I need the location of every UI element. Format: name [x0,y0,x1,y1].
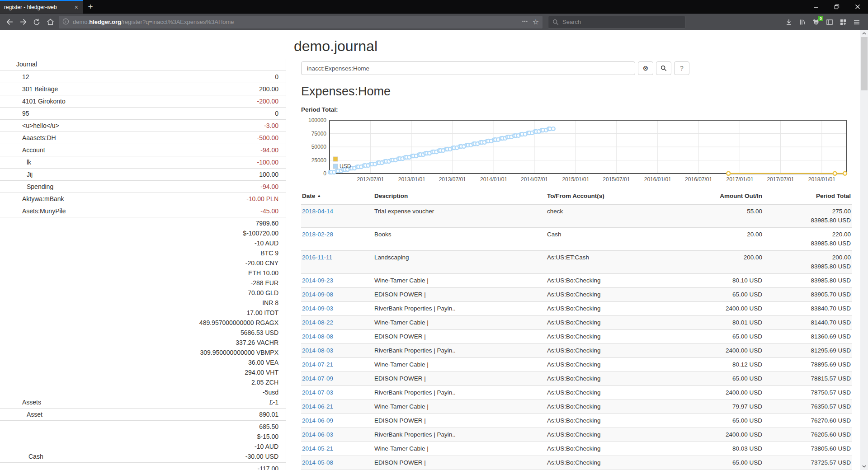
account-link[interactable]: Asets:MunyPile [22,207,66,215]
transaction-date-link[interactable]: 2018-02-28 [302,231,333,238]
account-link[interactable]: 95 [22,110,29,117]
search-button[interactable] [656,61,671,75]
account-balance: -94.00 [123,181,286,193]
forward-icon[interactable] [16,16,30,28]
url-bar[interactable]: demo.hledger.org/register?q=inacct%3AExp… [59,16,542,28]
transaction-account: As:US:Bo:Checking [546,316,686,330]
register-table-body: 2018-04-14Trial expense vouchercheck55.0… [301,204,852,470]
column-header-description: Description [373,188,546,204]
page-actions-icon[interactable] [522,18,528,26]
scroll-up-icon[interactable] [860,30,868,37]
scrollbar-thumb[interactable] [861,37,868,90]
sidebar-account-row: 4101 Girokonto-200.00 [0,95,286,108]
apps-grid-icon[interactable] [836,16,850,28]
account-link[interactable]: <u>hello</u> [22,122,59,129]
account-link[interactable]: 12 [22,73,29,80]
transaction-date-link[interactable]: 2014-09-03 [302,305,333,312]
sidebar-account-row: Account-94.00 [0,144,286,156]
reload-icon[interactable] [30,16,43,28]
transaction-account: As:US:Bo:Checking [546,274,686,288]
home-icon[interactable] [43,16,57,28]
transaction-date-link[interactable]: 2016-11-11 [302,254,332,261]
new-tab-button[interactable]: + [83,0,98,14]
sidebar-account-row: 301 Beiträge200.00 [0,83,286,95]
svg-text:0: 0 [323,170,326,177]
transaction-date-link[interactable]: 2014-06-09 [302,417,333,424]
bookmark-star-icon[interactable]: ☆ [533,18,539,26]
transaction-date-link[interactable]: 2014-07-03 [302,389,333,396]
account-balance: 890.01 [123,409,286,421]
account-balance: 100.00 [123,169,286,181]
svg-text:25000: 25000 [311,157,327,164]
account-link[interactable]: Cash [28,453,43,460]
sidebar-account-row: 950 [0,108,286,120]
page-scrollbar[interactable] [860,30,868,470]
transaction-period-total: 81295.69 USD [763,344,852,358]
account-link[interactable]: Asset [27,411,42,418]
register-row: 2014-09-23Wine-Tarner Cable |As:US:Bo:Ch… [301,274,852,288]
window-restore-button[interactable] [826,0,847,14]
svg-text:2016/07/01: 2016/07/01 [685,176,712,183]
transaction-amount: 65.00 USD [686,288,763,302]
menu-hamburger-icon[interactable] [850,16,863,28]
transaction-date-link[interactable]: 2014-08-08 [302,333,333,340]
transaction-date-link[interactable]: 2014-09-23 [302,277,333,284]
transaction-date-link[interactable]: 2014-08-03 [302,347,333,354]
account-balance: 0 [123,71,286,83]
library-icon[interactable] [796,16,809,28]
column-header-period-total: Period Total [763,188,852,204]
browser-tab[interactable]: register - hledger-web × [0,0,83,14]
account-link[interactable]: 4101 Girokonto [22,98,66,105]
journal-link[interactable]: Journal [0,59,286,70]
transaction-description: Landscaping [373,251,546,274]
help-button[interactable]: ? [674,61,689,75]
browser-search-box[interactable]: Search [548,16,685,28]
transaction-account: Cash [546,228,686,251]
download-icon[interactable] [782,16,796,28]
transaction-amount: 80.03 USD [686,442,763,456]
transaction-date-link[interactable]: 2014-05-08 [302,459,333,466]
account-link[interactable]: Aktywa:mBank [22,195,64,202]
clear-query-button[interactable]: ⊗ [638,61,653,75]
sidebar-account-row: 120 [0,71,286,83]
transaction-date-link[interactable]: 2014-07-09 [302,375,333,382]
transaction-date-link[interactable]: 2014-09-08 [302,291,333,298]
search-icon [660,65,667,71]
window-minimize-button[interactable] [806,0,826,14]
transaction-account: As:US:Bo:Checking [546,428,686,442]
back-icon[interactable] [3,16,16,28]
account-link[interactable]: lk [27,159,31,166]
tab-close-icon[interactable]: × [74,4,79,11]
account-link[interactable]: Jij [27,171,33,178]
transaction-period-total: 76205.60 USD [763,428,852,442]
greasemonkey-extension-icon[interactable]: 0 [809,16,823,28]
transaction-date-link[interactable]: 2014-06-03 [302,431,333,438]
sidebar-account-row: lk-100.00 [0,156,286,169]
transaction-date-link[interactable]: 2018-04-14 [302,208,333,215]
column-header-date[interactable]: Date▲ [301,188,373,204]
svg-text:2014/01/01: 2014/01/01 [480,176,507,183]
site-info-icon[interactable] [62,18,69,26]
sidebars-icon[interactable] [823,16,836,28]
transaction-date-link[interactable]: 2014-07-21 [302,361,333,368]
svg-text:2012/07/01: 2012/07/01 [357,176,384,183]
transaction-amount: 80.12 USD [686,358,763,372]
account-link[interactable]: Account [22,146,45,154]
account-link[interactable]: 301 Beiträge [22,85,58,93]
transaction-account: As:US:Bo:Checking [546,344,686,358]
register-table-header: Date▲ Description To/From Account(s) Amo… [301,188,852,204]
window-close-button[interactable] [847,0,868,14]
account-link[interactable]: Spending [27,183,53,190]
account-link[interactable]: Assets [22,399,41,406]
transaction-date-link[interactable]: 2014-06-21 [302,403,333,410]
transaction-account: As:US:ET:Cash [546,251,686,274]
transaction-description: EDISON POWER | [373,456,546,470]
transaction-period-total: 81360.69 USD [763,330,852,344]
query-input[interactable] [301,61,635,75]
scroll-down-icon[interactable] [860,463,868,470]
sort-ascending-icon: ▲ [317,193,321,198]
transaction-amount: 65.00 USD [686,456,763,470]
transaction-date-link[interactable]: 2014-08-22 [302,319,333,326]
account-link[interactable]: Aaasets:DH [22,134,56,141]
transaction-date-link[interactable]: 2014-05-21 [302,445,333,452]
